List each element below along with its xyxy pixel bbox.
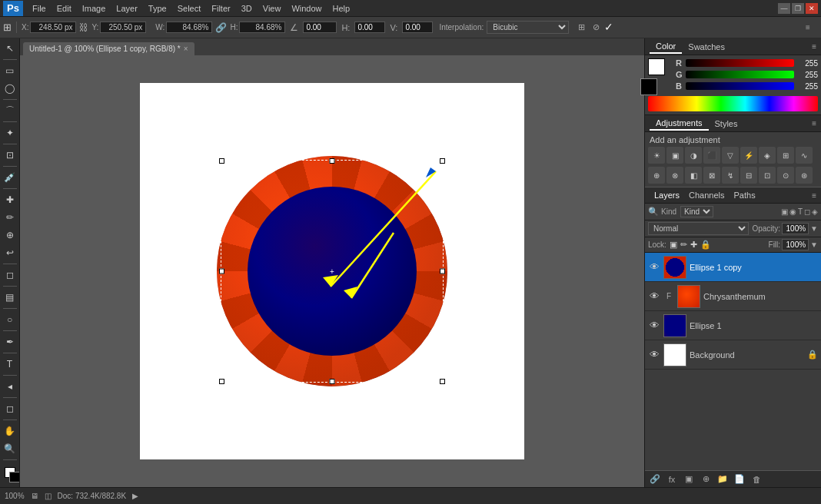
cs-r-slider[interactable] [686,59,794,67]
tab-close-button[interactable]: × [184,45,188,53]
adj-threshold[interactable]: ↯ [722,167,739,184]
lock-move-icon[interactable]: ✚ [690,240,697,250]
tool-marquee-ellipse[interactable]: ◯ [2,80,18,97]
adj-colorbalance[interactable]: ◈ [759,147,776,164]
adj-colorlookup[interactable]: ⊗ [666,167,683,184]
adj-selectivecolor[interactable]: ⊟ [740,167,757,184]
close-button[interactable]: ✕ [806,3,818,14]
tb-cancel-icon[interactable]: ⊘ [590,21,603,34]
layers-link-button[interactable]: 🔗 [648,473,662,486]
tool-history-brush[interactable]: ↩ [2,244,18,261]
tb-rotate-input[interactable] [303,22,337,33]
tool-dodge[interactable]: ○ [2,311,18,328]
tool-lasso[interactable]: ⌒ [2,102,18,119]
layers-adjustment-button[interactable]: ⊕ [699,473,713,486]
color-spectrum-bar[interactable] [648,96,818,111]
fill-input[interactable] [782,239,809,250]
tool-path-selection[interactable]: ◂ [2,378,18,395]
adj-photofilter[interactable]: ∿ [796,147,813,164]
menu-filter[interactable]: Filter [207,2,234,15]
layers-group-button[interactable]: 📁 [716,473,730,486]
foreground-color-swatch[interactable] [648,58,665,75]
tab-color[interactable]: Color [650,40,682,54]
adj-gradient2[interactable]: ⊛ [796,167,813,184]
tb-w-input[interactable] [166,22,212,33]
menu-view[interactable]: View [258,2,286,15]
layers-filter-shape[interactable]: ◻ [804,207,810,216]
tb-skew-h-input[interactable] [354,22,385,33]
adj-bw[interactable]: ⊞ [777,147,794,164]
tool-crop[interactable]: ⊡ [2,147,18,164]
tab-paths[interactable]: Paths [730,189,760,201]
layers-filter-type[interactable]: T [798,207,803,216]
adj-brightness[interactable]: ☀ [648,147,665,164]
layers-panel-collapse[interactable]: ≡ [812,191,816,200]
tb-x-input[interactable] [30,22,76,33]
adj-channelmixer[interactable]: ⊕ [648,167,665,184]
menu-window[interactable]: Window [287,2,326,15]
tb-reference-point[interactable]: ⊞ [3,22,12,33]
layer-vis-ellipse-copy[interactable]: 👁 [648,261,660,273]
adj-solidcolor[interactable]: ⊙ [777,167,794,184]
tb-warp-icon[interactable]: ⊞ [575,21,588,34]
background-color-swatch[interactable] [640,78,657,95]
tool-heal[interactable]: ✚ [2,191,18,208]
tb-y-input[interactable] [100,22,146,33]
handle-br[interactable] [440,379,445,384]
background-color[interactable] [9,472,20,482]
menu-select[interactable]: Select [173,2,206,15]
menu-edit[interactable]: Edit [52,2,76,15]
lock-pixel-icon[interactable]: ▣ [670,240,677,250]
maximize-button[interactable]: ❐ [792,3,804,14]
tb-skew-v-input[interactable] [402,22,433,33]
tab-layers[interactable]: Layers [650,189,684,201]
layer-vis-chrysanthemum[interactable]: 👁 [648,290,660,302]
adj-curves[interactable]: ◑ [685,147,702,164]
layers-filter-adj[interactable]: ◉ [789,207,796,216]
lock-all-icon[interactable]: 🔒 [700,240,711,250]
layers-new-button[interactable]: 📄 [733,473,746,486]
menu-layer[interactable]: Layer [111,2,142,15]
tool-eraser[interactable]: ◻ [2,267,18,284]
tb-h-input[interactable] [239,22,285,33]
cs-g-slider[interactable] [686,71,794,78]
tab-channels[interactable]: Channels [684,189,729,201]
cs-b-slider[interactable] [686,82,794,90]
foreground-bg-colors[interactable] [2,464,18,481]
layer-link-chrysanthemum[interactable]: F [663,292,674,300]
layers-mask-button[interactable]: ▣ [682,473,696,486]
adj-levels[interactable]: ▣ [666,147,683,164]
tab-swatches[interactable]: Swatches [682,41,731,53]
tb-confirm-button[interactable]: ✓ [604,21,613,34]
layer-item-ellipse1[interactable]: 👁 Ellipse 1 [645,311,821,340]
tab-adjustments[interactable]: Adjustments [650,117,709,131]
layer-vis-background[interactable]: 👁 [648,349,660,360]
status-arrow[interactable]: ▶ [132,492,138,500]
tool-clone[interactable]: ⊕ [2,227,18,244]
layers-delete-button[interactable]: 🗑 [750,473,763,486]
opacity-input[interactable] [782,223,809,234]
minimize-button[interactable]: — [778,3,790,14]
tool-text[interactable]: T [2,356,18,373]
adj-hue[interactable]: ⚡ [740,147,757,164]
opacity-dropdown[interactable]: ▼ [810,224,818,233]
adj-invert[interactable]: ◧ [685,167,702,184]
tool-hand[interactable]: ✋ [2,423,18,439]
layers-filter-pixel[interactable]: ▣ [781,207,788,216]
layer-vis-ellipse1[interactable]: 👁 [648,320,660,331]
adj-exposure[interactable]: ⬛ [703,147,720,164]
lock-position-icon[interactable]: ✏ [680,240,687,250]
canvas-container[interactable]: + [20,55,644,487]
document-tab[interactable]: Untitled-1 @ 100% (Ellipse 1 copy, RGB/8… [23,42,194,55]
tool-brush[interactable]: ✏ [2,209,18,226]
menu-file[interactable]: File [28,2,51,15]
menu-3d[interactable]: 3D [237,2,257,15]
adj-vibrance[interactable]: ▽ [722,147,739,164]
tool-magic-wand[interactable]: ✦ [2,124,18,141]
adj-panel-collapse[interactable]: ≡ [812,119,816,128]
tool-move[interactable]: ↖ [2,40,18,57]
blend-mode-select[interactable]: Normal Dissolve Multiply Screen Overlay [648,222,749,235]
tool-gradient[interactable]: ▤ [2,289,18,306]
layer-item-background[interactable]: 👁 Background 🔒 [645,340,821,370]
tool-pen[interactable]: ✒ [2,333,18,350]
